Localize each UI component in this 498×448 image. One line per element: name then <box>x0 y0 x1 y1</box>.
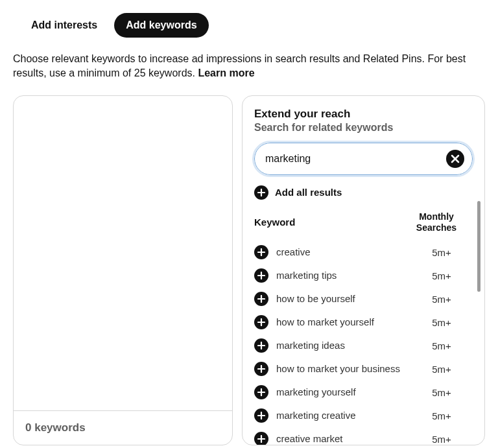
result-row: creative5m+ <box>254 241 473 264</box>
result-count: 5m+ <box>421 270 473 281</box>
result-count: 5m+ <box>421 247 473 258</box>
result-label: how to market your business <box>276 363 413 375</box>
panels: 0 keywords Extend your reach Search for … <box>13 95 485 445</box>
result-count: 5m+ <box>421 364 473 375</box>
add-all-results[interactable]: Add all results <box>254 185 473 200</box>
add-keyword-button[interactable] <box>254 245 268 259</box>
scrollbar[interactable] <box>477 201 480 292</box>
col-header-keyword: Keyword <box>254 217 410 228</box>
tab-add-keywords[interactable]: Add keywords <box>114 13 208 38</box>
selected-keywords-count: 0 keywords <box>14 410 232 445</box>
result-label: marketing yourself <box>276 386 413 399</box>
selected-keywords-panel: 0 keywords <box>13 95 233 445</box>
result-label: how to be yourself <box>276 293 413 305</box>
result-count: 5m+ <box>421 387 473 398</box>
result-row: marketing ideas5m+ <box>254 334 473 357</box>
result-row: marketing creative5m+ <box>254 404 473 427</box>
result-count: 5m+ <box>421 340 473 351</box>
results-header: Keyword Monthly Searches <box>254 211 473 233</box>
result-row: marketing tips5m+ <box>254 264 473 287</box>
tabs-row: Add interests Add keywords <box>13 13 485 38</box>
result-count: 5m+ <box>421 434 473 445</box>
result-label: marketing tips <box>276 270 413 282</box>
add-keyword-button[interactable] <box>254 432 268 444</box>
learn-more-link[interactable]: Learn more <box>198 67 254 78</box>
plus-icon <box>257 272 265 279</box>
add-keyword-button[interactable] <box>254 292 268 306</box>
result-label: marketing creative <box>276 410 413 422</box>
keyword-search-panel: Extend your reach Search for related key… <box>242 95 485 445</box>
plus-icon <box>257 295 265 303</box>
selected-keywords-body <box>14 96 232 410</box>
plus-icon <box>257 388 265 396</box>
panel-heading: Extend your reach <box>254 108 473 121</box>
close-icon <box>451 154 460 163</box>
panel-subheading: Search for related keywords <box>254 122 473 134</box>
result-row: how to market yourself5m+ <box>254 311 473 334</box>
result-count: 5m+ <box>421 410 473 421</box>
plus-icon <box>257 412 265 419</box>
plus-icon <box>257 318 265 326</box>
add-keyword-button[interactable] <box>254 362 268 376</box>
clear-search-button[interactable] <box>446 150 464 168</box>
search-input-wrap[interactable] <box>254 143 473 175</box>
result-row: marketing yourself5m+ <box>254 381 473 404</box>
intro-text: Choose relevant keywords to increase ad … <box>13 52 485 81</box>
plus-icon <box>257 435 265 443</box>
result-row: how to be yourself5m+ <box>254 287 473 311</box>
search-input[interactable] <box>265 153 446 165</box>
results-list: creative5m+marketing tips5m+how to be yo… <box>254 241 473 444</box>
col-header-searches: Monthly Searches <box>410 211 462 233</box>
result-row: creative market5m+ <box>254 427 473 444</box>
add-keyword-button[interactable] <box>254 385 268 399</box>
tab-add-interests[interactable]: Add interests <box>19 13 109 38</box>
result-label: how to market yourself <box>276 316 413 329</box>
add-keyword-button[interactable] <box>254 315 268 329</box>
result-label: marketing ideas <box>276 340 413 352</box>
plus-icon <box>257 248 265 256</box>
add-all-label: Add all results <box>275 187 342 198</box>
result-row: how to market your business5m+ <box>254 357 473 381</box>
add-keyword-button[interactable] <box>254 338 268 353</box>
add-keyword-button[interactable] <box>254 268 268 283</box>
add-keyword-button[interactable] <box>254 408 268 423</box>
plus-icon <box>257 342 265 349</box>
result-label: creative market <box>276 433 413 445</box>
result-count: 5m+ <box>421 317 473 328</box>
result-count: 5m+ <box>421 294 473 305</box>
plus-icon <box>257 365 265 373</box>
plus-icon <box>254 185 268 200</box>
result-label: creative <box>276 246 413 259</box>
